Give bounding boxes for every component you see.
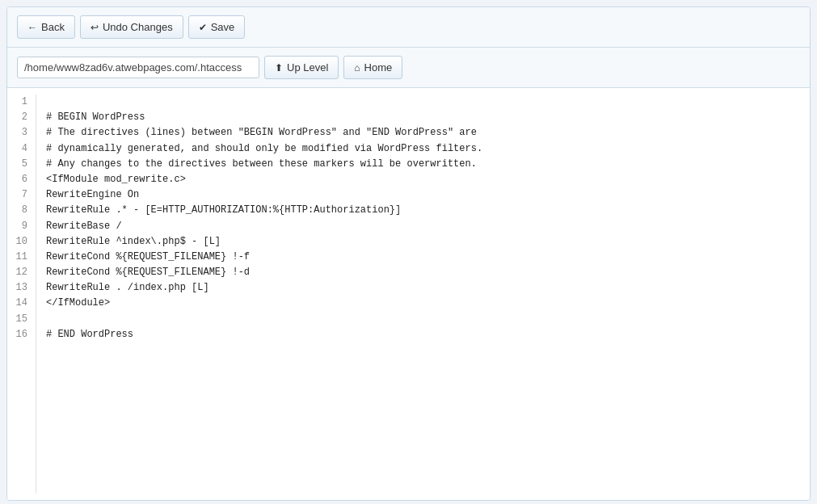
line-number: 15 — [15, 312, 27, 327]
undo-button[interactable]: ↩ Undo Changes — [80, 15, 183, 39]
line-number: 10 — [15, 234, 27, 250]
code-line: RewriteCond %{REQUEST_FILENAME} !-d — [46, 265, 800, 280]
code-line — [46, 94, 800, 110]
line-number: 6 — [15, 172, 27, 187]
main-container: ← Back ↩ Undo Changes ✔ Save ⬆ Up Level … — [6, 6, 811, 501]
line-number: 2 — [15, 110, 27, 125]
toolbar: ← Back ↩ Undo Changes ✔ Save — [7, 7, 810, 48]
line-number: 3 — [15, 125, 27, 141]
line-numbers: 12345678910111213141516 — [7, 94, 36, 494]
path-input[interactable] — [17, 57, 259, 78]
line-number: 12 — [15, 265, 27, 280]
back-button[interactable]: ← Back — [17, 15, 75, 39]
code-line: RewriteRule ^index\.php$ - [L] — [46, 234, 800, 250]
line-number: 4 — [15, 141, 27, 157]
code-line: RewriteCond %{REQUEST_FILENAME} !-f — [46, 250, 800, 265]
undo-label: Undo Changes — [103, 21, 173, 33]
code-line: # The directives (lines) between "BEGIN … — [46, 125, 800, 141]
up-level-icon: ⬆ — [275, 62, 283, 74]
code-line: # dynamically generated, and should only… — [46, 141, 800, 157]
line-number: 7 — [15, 187, 27, 203]
undo-icon: ↩ — [91, 22, 99, 33]
up-level-button[interactable]: ⬆ Up Level — [264, 56, 339, 79]
home-icon: ⌂ — [354, 62, 360, 74]
line-number: 1 — [15, 94, 27, 110]
code-content[interactable]: # BEGIN WordPress# The directives (lines… — [36, 94, 810, 494]
save-label: Save — [211, 21, 235, 33]
line-number: 9 — [15, 219, 27, 234]
path-bar: ⬆ Up Level ⌂ Home — [7, 48, 810, 88]
code-line: # Any changes to the directives between … — [46, 157, 800, 172]
back-icon: ← — [27, 22, 37, 33]
line-number: 5 — [15, 157, 27, 172]
home-label: Home — [364, 61, 393, 74]
line-number: 11 — [15, 250, 27, 265]
code-line — [46, 312, 800, 327]
editor-area: 12345678910111213141516 # BEGIN WordPres… — [7, 88, 810, 500]
code-line: RewriteEngine On — [46, 187, 800, 203]
code-line: </IfModule> — [46, 296, 800, 311]
save-icon: ✔ — [199, 22, 207, 33]
back-label: Back — [41, 21, 65, 33]
up-level-label: Up Level — [287, 61, 328, 74]
code-line: # BEGIN WordPress — [46, 110, 800, 125]
line-number: 14 — [15, 296, 27, 311]
line-number: 13 — [15, 280, 27, 296]
code-line: RewriteRule .* - [E=HTTP_AUTHORIZATION:%… — [46, 203, 800, 218]
code-line: # END WordPress — [46, 327, 800, 342]
code-line: <IfModule mod_rewrite.c> — [46, 172, 800, 187]
code-line: RewriteBase / — [46, 219, 800, 234]
home-button[interactable]: ⌂ Home — [343, 56, 402, 79]
line-number: 8 — [15, 203, 27, 218]
save-button[interactable]: ✔ Save — [188, 15, 246, 39]
line-number: 16 — [15, 327, 27, 342]
code-line: RewriteRule . /index.php [L] — [46, 280, 800, 296]
